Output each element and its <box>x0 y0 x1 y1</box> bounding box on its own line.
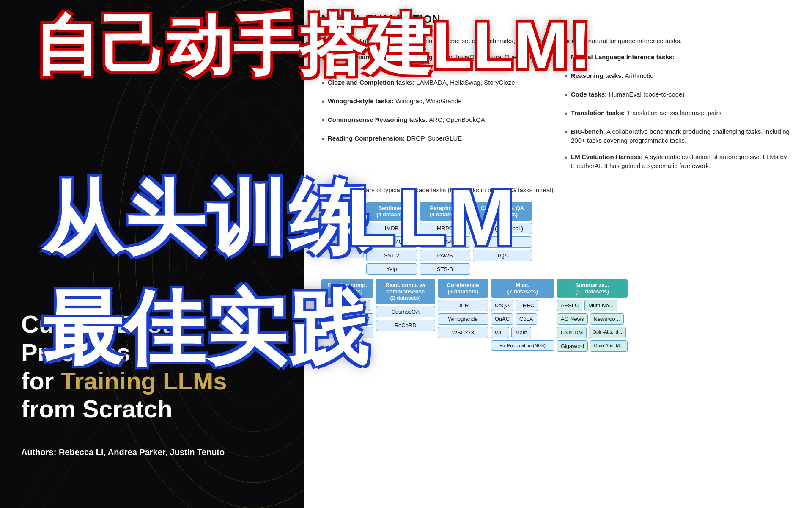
right-panel: MODEL EVALUATION lly, pre-trained models… <box>304 0 812 508</box>
coreference-column: Coreference(3 datasets) DPR Winogrande W… <box>438 279 488 338</box>
task-row-1: NLI(datasets) ANLI (R1-R3) Snag ... Sent… <box>321 202 795 275</box>
bullet-item: • Open-Domain Question Answering tasks: … <box>321 52 552 70</box>
intro-text: lly, pre-trained models are evaluated on… <box>321 36 795 46</box>
reading-comp-column: Reading comp.(5 datasets) BoolQ OBQA DRO… <box>321 279 373 338</box>
bullet-icon: • <box>321 96 324 108</box>
left-panel: Current Best Practices for Training LLMs… <box>0 0 304 508</box>
section-title: MODEL EVALUATION <box>321 13 795 26</box>
bullet-item: • Translation tasks: Translation across … <box>565 108 795 119</box>
bullet-icon: • <box>565 70 568 82</box>
bullet-item: • Cloze and Completion tasks: LAMBADA, H… <box>321 78 552 89</box>
bullet-item: • Reading Comprehension: DROP, SuperGLUE <box>321 134 552 145</box>
svg-line-8 <box>169 0 304 212</box>
bullet-icon: • <box>565 108 568 119</box>
bullet-item: • Natural Language Inference tasks: <box>565 52 795 64</box>
paraphrase-column: Paraphrase(4 datasets) MRPC QQP PAWS STS… <box>420 202 470 275</box>
bullet-icon: • <box>565 52 568 64</box>
misc-column: Misc.(7 datasets) CoQA TREC QuAC CoLA WI… <box>491 279 554 351</box>
authors-names: Rebecca Li, Andrea Parker, Justin Tenuto <box>59 447 225 457</box>
read-comp-commonsense-column: Read. comp. w/commonsense(2 datasets) Co… <box>376 279 435 331</box>
bullet-icon: • <box>321 114 324 126</box>
document-content: MODEL EVALUATION lly, pre-trained models… <box>304 0 812 508</box>
bullet-icon: • <box>565 126 568 138</box>
summarization-column: Summariza...(11 datasets) AESLC Multi-Ne… <box>557 279 628 352</box>
bullet-item: • Code tasks: HumanEval (code-to-code) <box>565 90 795 101</box>
svg-line-7 <box>127 0 304 275</box>
bullet-item: • Winograd-style tasks: Winograd, WinoGr… <box>321 97 552 108</box>
bullet-icon: • <box>321 52 324 64</box>
svg-point-0 <box>118 0 304 508</box>
task-row-2: Reading comp.(5 datasets) BoolQ OBQA DRO… <box>321 279 795 352</box>
book-authors: Authors: Rebecca Li, Andrea Parker, Just… <box>21 447 225 457</box>
closed-book-qa-column: Closed-book QA(3 datasets) ARC (easy/cha… <box>473 202 532 261</box>
svg-point-5 <box>93 0 304 508</box>
bullet-item: • Commonsense Reasoning tasks: ARC, Open… <box>321 115 552 126</box>
bullet-icon: • <box>565 152 568 163</box>
book-title-area: Current Best Practices for Training LLMs… <box>21 310 283 423</box>
title-highlight: Training LLMs <box>60 367 227 395</box>
bullet-icon: • <box>565 89 568 101</box>
bullet-icon: • <box>321 77 324 89</box>
bullet-item: • BIG-bench: A collaborative benchmark p… <box>565 127 795 145</box>
summary-text: Here is a summary of typical language ta… <box>321 186 795 193</box>
partial-col-1: NLI(datasets) ANLI (R1-R3) Snag ... <box>321 202 364 258</box>
bullet-columns: • Open-Domain Question Answering tasks: … <box>321 52 795 178</box>
right-bullets: • Natural Language Inference tasks: • Re… <box>565 52 795 178</box>
sentiment-column: Sentiment(4 datasets) IMDB Sent140 SST-2… <box>366 202 417 275</box>
left-bullets: • Open-Domain Question Answering tasks: … <box>321 52 552 178</box>
bullet-icon: • <box>321 133 324 145</box>
bullet-item: • Reasoning tasks: Arithmetic <box>565 71 795 82</box>
svg-line-10 <box>21 85 296 508</box>
bullet-item: • LM Evaluation Harness: A systematic ev… <box>565 152 795 170</box>
svg-line-6 <box>85 0 304 339</box>
book-title: Current Best Practices for Training LLMs… <box>21 310 283 423</box>
authors-label: Authors: <box>21 447 56 457</box>
